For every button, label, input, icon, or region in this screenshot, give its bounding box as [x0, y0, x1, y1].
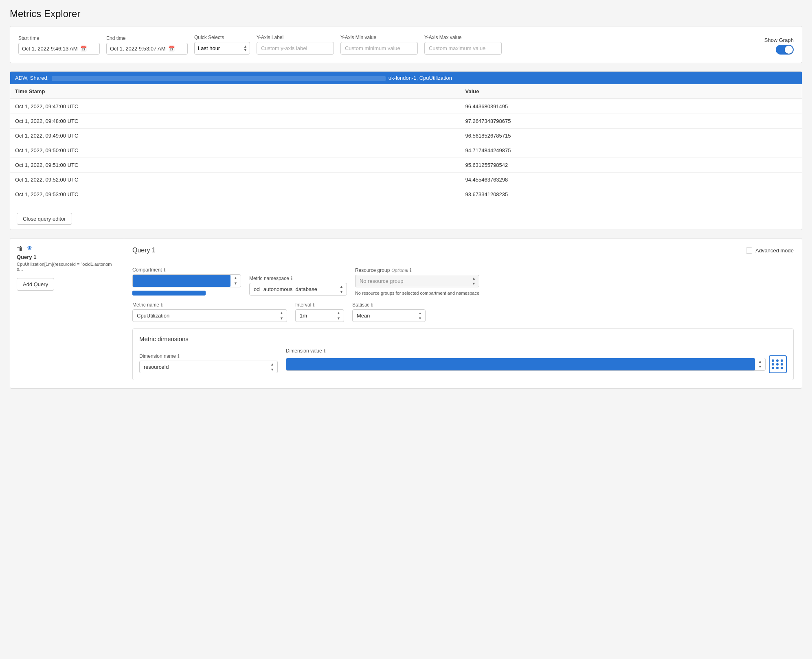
end-time-group: End time Oct 1, 2022 9:53:07 AM 📅	[106, 35, 188, 55]
resource-group-info-icon[interactable]: ℹ	[410, 267, 412, 273]
cell-timestamp: Oct 1, 2022, 09:51:00 UTC	[10, 158, 460, 173]
dim-value-row: ▲▼	[286, 355, 787, 373]
start-time-group: Start time Oct 1, 2022 9:46:13 AM 📅	[18, 35, 100, 55]
cell-timestamp: Oct 1, 2022, 09:50:00 UTC	[10, 143, 460, 158]
metric-name-arrows: ▲▼	[277, 311, 287, 321]
add-query-button[interactable]: Add Query	[17, 278, 54, 291]
cell-value: 96.5618526785715	[460, 129, 802, 143]
cell-value: 95.631255798542	[460, 158, 802, 173]
close-query-button[interactable]: Close query editor	[17, 213, 72, 225]
metric-name-group: Metric name ℹ CpuUtilization ▲▼	[132, 302, 287, 322]
yaxis-label-input[interactable]	[257, 42, 334, 55]
show-graph-toggle[interactable]	[776, 45, 794, 55]
col-timestamp: Time Stamp	[10, 84, 460, 99]
metric-name-info-icon[interactable]: ℹ	[161, 302, 163, 308]
table-header-row: Time Stamp Value	[10, 84, 802, 99]
result-header-bar: ADW, Shared, uk-london-1, CpuUtilization	[10, 72, 802, 84]
dim-value-blue-bar	[286, 358, 755, 370]
dot-2	[776, 359, 779, 362]
cell-value: 94.7174844249875	[460, 143, 802, 158]
cell-timestamp: Oct 1, 2022, 09:52:00 UTC	[10, 173, 460, 187]
advanced-mode-checkbox[interactable]	[746, 247, 752, 254]
compartment-arrows: ▲▼	[230, 276, 241, 286]
quick-selects-select-wrap: Last hour Last 6 hours Last 24 hours Cus…	[194, 42, 250, 55]
start-time-input[interactable]: Oct 1, 2022 9:46:13 AM 📅	[18, 43, 100, 55]
table-row: Oct 1, 2022, 09:49:00 UTC 96.56185267857…	[10, 129, 802, 143]
interval-arrows: ▲▼	[334, 311, 344, 321]
show-graph-group: Show Graph	[764, 37, 794, 55]
compartment-blue-bar	[133, 275, 230, 287]
query-panel-left: 🗑 👁 Query 1 CpuUtilization[1m]{resourceI…	[10, 239, 124, 388]
compartment-info-icon[interactable]: ℹ	[164, 267, 166, 273]
cell-timestamp: Oct 1, 2022, 09:47:00 UTC	[10, 99, 460, 114]
statistic-value: Mean	[353, 310, 415, 322]
resource-group-select-wrap[interactable]: No resource group ▲▼	[355, 275, 479, 287]
query-right-title: Query 1	[132, 247, 156, 254]
dim-value-select-wrap[interactable]: ▲▼	[286, 358, 766, 371]
compartment-blue-bar-secondary	[132, 291, 206, 296]
results-card: ADW, Shared, uk-london-1, CpuUtilization…	[10, 71, 802, 230]
close-query-wrap: Close query editor	[10, 201, 802, 230]
metric-name-label: Metric name ℹ	[132, 302, 287, 308]
dot-6	[781, 363, 783, 366]
advanced-mode-label: Advanced mode	[755, 247, 794, 254]
statistic-group: Statistic ℹ Mean ▲▼	[352, 302, 426, 322]
statistic-arrows: ▲▼	[415, 311, 425, 321]
table-row: Oct 1, 2022, 09:51:00 UTC 95.63125579854…	[10, 158, 802, 173]
yaxis-max-label: Y-Axis Max value	[424, 35, 502, 40]
interval-select-wrap[interactable]: 1m ▲▼	[295, 309, 344, 322]
resource-group-note: No resource groups for selected compartm…	[355, 291, 479, 296]
query-panel-right: Query 1 Advanced mode Compartment ℹ	[124, 239, 802, 388]
cell-timestamp: Oct 1, 2022, 09:53:00 UTC	[10, 187, 460, 202]
cell-value: 93.673341208235	[460, 187, 802, 202]
cell-timestamp: Oct 1, 2022, 09:48:00 UTC	[10, 114, 460, 129]
table-row: Oct 1, 2022, 09:47:00 UTC 96.44368039149…	[10, 99, 802, 114]
metric-namespace-arrows: ▲▼	[336, 284, 347, 294]
cell-value: 94.455463763298	[460, 173, 802, 187]
resource-group-arrows: ▲▼	[469, 276, 479, 286]
dim-name-select-wrap[interactable]: resourceId ▲▼	[139, 361, 278, 373]
dim-name-info-icon[interactable]: ℹ	[178, 353, 180, 359]
dim-value-info-icon[interactable]: ℹ	[324, 348, 326, 354]
dot-7	[772, 367, 774, 369]
dot-3	[781, 359, 783, 362]
dimension-row: Dimension name ℹ resourceId ▲▼ Dimen	[139, 348, 787, 373]
advanced-mode-row: Advanced mode	[746, 247, 794, 254]
statistic-label: Statistic ℹ	[352, 302, 426, 308]
more-options-button[interactable]	[769, 355, 787, 373]
more-dots-grid	[772, 359, 784, 369]
query-right-header: Query 1 Advanced mode	[132, 247, 794, 261]
start-time-value: Oct 1, 2022 9:46:13 AM	[22, 46, 78, 52]
start-time-calendar-icon[interactable]: 📅	[80, 46, 87, 52]
dim-value-arrows: ▲▼	[755, 359, 765, 369]
metric-name-value: CpuUtilization	[133, 310, 277, 322]
delete-query-icon[interactable]: 🗑	[17, 245, 23, 252]
compartment-group: Compartment ℹ ▲▼	[132, 267, 241, 296]
statistic-select-wrap[interactable]: Mean ▲▼	[352, 309, 426, 322]
yaxis-min-input[interactable]	[340, 42, 418, 55]
quick-selects-select[interactable]: Last hour Last 6 hours Last 24 hours Cus…	[195, 42, 244, 54]
compartment-select-wrap[interactable]: ▲▼	[132, 274, 241, 287]
dot-9	[781, 367, 783, 369]
controls-card: Start time Oct 1, 2022 9:46:13 AM 📅 End …	[10, 26, 802, 63]
end-time-calendar-icon[interactable]: 📅	[168, 46, 175, 52]
statistic-info-icon[interactable]: ℹ	[371, 302, 373, 308]
dot-5	[776, 363, 779, 366]
visibility-query-icon[interactable]: 👁	[26, 245, 33, 252]
yaxis-max-input[interactable]	[424, 42, 502, 55]
metric-name-select-wrap[interactable]: CpuUtilization ▲▼	[132, 309, 287, 322]
form-row-1: Compartment ℹ ▲▼	[132, 267, 794, 296]
interval-label: Interval ℹ	[295, 302, 344, 308]
end-time-value: Oct 1, 2022 9:53:07 AM	[110, 46, 166, 52]
cell-value: 96.443680391495	[460, 99, 802, 114]
yaxis-label-label: Y-Axis Label	[257, 35, 334, 40]
metric-namespace-value: oci_autonomous_database	[250, 283, 336, 295]
quick-selects-group: Quick Selects Last hour Last 6 hours Las…	[194, 35, 250, 55]
yaxis-min-label: Y-Axis Min value	[340, 35, 418, 40]
result-header-text: ADW, Shared,	[15, 75, 50, 81]
end-time-input[interactable]: Oct 1, 2022 9:53:07 AM 📅	[106, 43, 188, 55]
metric-namespace-select-wrap[interactable]: oci_autonomous_database ▲▼	[249, 283, 347, 296]
start-time-label: Start time	[18, 35, 100, 41]
metric-namespace-info-icon[interactable]: ℹ	[291, 276, 293, 281]
interval-info-icon[interactable]: ℹ	[313, 302, 315, 308]
